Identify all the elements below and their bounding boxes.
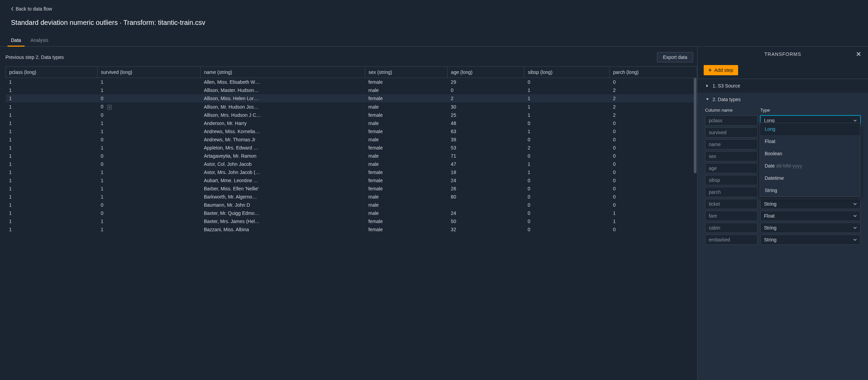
table-row[interactable]: 10Baxter, Mr. Quigg Edmo…male2401 — [6, 209, 697, 217]
table-cell: 0 — [524, 136, 610, 144]
table-cell: Baxter, Mrs. James (Hel… — [200, 217, 365, 225]
scroll-thumb[interactable] — [694, 78, 697, 173]
column-name-input[interactable] — [705, 139, 758, 149]
table-row[interactable]: 11Barkworth, Mr. Algerno…male8000 — [6, 193, 697, 201]
column-header[interactable]: pclass (long) — [6, 67, 98, 78]
table-row[interactable]: 10Allison, Miss. Helen Lor…female212 — [6, 94, 697, 102]
table-cell: 0 — [524, 78, 610, 86]
table-row[interactable]: 11Bazzani, Miss. Albinafemale3200 — [6, 225, 697, 234]
column-name-input[interactable] — [705, 175, 758, 185]
dropdown-option[interactable]: Long — [760, 123, 860, 135]
table-row[interactable]: 11Anderson, Mr. Harrymale4800 — [6, 119, 697, 127]
table-row[interactable]: 10Andrews, Mr. Thomas Jrmale3900 — [6, 136, 697, 144]
table-cell: 1 — [98, 119, 200, 127]
dropdown-option[interactable]: Datedd-MM-yyyy — [760, 160, 860, 172]
column-name-input[interactable] — [705, 151, 758, 161]
type-form-row: String — [701, 199, 865, 211]
table-cell: Barber, Miss. Ellen 'Nellie' — [200, 185, 365, 193]
table-cell: 0 — [610, 193, 697, 201]
table-row[interactable]: 10Astor, Col. John Jacobmale4710 — [6, 160, 697, 168]
dropdown-option[interactable]: Float — [760, 135, 860, 147]
table-cell: 63 — [447, 127, 524, 136]
table-row[interactable]: 10Allison, Mrs. Hudson J C…female2512 — [6, 111, 697, 119]
table-cell: 1 — [524, 168, 610, 176]
column-header[interactable]: sibsp (long) — [524, 67, 610, 78]
table-row[interactable]: 11Barber, Miss. Ellen 'Nellie'female2600 — [6, 185, 697, 193]
add-step-button[interactable]: + Add step — [704, 65, 738, 75]
column-name-input[interactable] — [705, 199, 758, 209]
table-cell: 1 — [98, 127, 200, 136]
cell-badge: 0 — [107, 105, 111, 110]
chevron-down-icon — [853, 225, 857, 231]
table-row[interactable]: 11Baxter, Mrs. James (Hel…female5001 — [6, 217, 697, 225]
type-select[interactable]: String — [760, 223, 860, 233]
column-header[interactable]: sex (string) — [365, 67, 447, 78]
table-cell: 1 — [98, 86, 200, 94]
table-cell: 1 — [98, 176, 200, 185]
table-row[interactable]: 10Baumann, Mr. John Dmale00 — [6, 201, 697, 209]
table-cell: male — [365, 136, 447, 144]
table-cell: 1 — [6, 94, 98, 102]
step-2-label: 2. Data types — [713, 97, 741, 102]
column-header[interactable]: name (string) — [200, 67, 365, 78]
table-cell: female — [365, 78, 447, 86]
close-icon[interactable]: ✕ — [856, 50, 862, 58]
tab-analysis[interactable]: Analysis — [31, 35, 48, 46]
table-cell: 1 — [98, 225, 200, 234]
column-name-input[interactable] — [705, 223, 758, 233]
table-row[interactable]: 11Allison, Master. Hudson…male012 — [6, 86, 697, 94]
table-row[interactable]: 11Astor, Mrs. John Jacob (…female1810 — [6, 168, 697, 176]
table-cell: 0 — [610, 119, 697, 127]
table-cell: 0 — [524, 119, 610, 127]
column-name-input[interactable] — [705, 235, 758, 245]
type-select[interactable]: String — [760, 199, 860, 209]
table-cell: male — [365, 119, 447, 127]
table-row[interactable]: 10Artagaveytia, Mr. Ramonmale7100 — [6, 152, 697, 160]
type-select[interactable]: Float — [760, 211, 860, 221]
table-cell: 1 — [610, 209, 697, 217]
column-header[interactable]: survived (long) — [98, 67, 200, 78]
type-value: String — [764, 225, 777, 231]
column-name-input[interactable] — [705, 127, 758, 138]
step-s3-source[interactable]: 1. S3 Source — [698, 79, 868, 93]
step-data-types[interactable]: 2. Data types — [698, 93, 868, 106]
table-scrollbar[interactable] — [694, 78, 697, 262]
table-cell: 0 — [524, 152, 610, 160]
back-to-data-flow-link[interactable]: Back to data flow — [11, 6, 52, 12]
table-cell: 1 — [610, 217, 697, 225]
previous-step-label: Previous step 2. Data types — [5, 54, 64, 60]
type-select[interactable]: String — [760, 235, 860, 245]
table-cell: 25 — [447, 111, 524, 119]
dropdown-option[interactable]: Datetime — [760, 172, 860, 184]
column-name-input[interactable] — [705, 163, 758, 173]
table-cell: 0 — [98, 152, 200, 160]
dropdown-option[interactable]: String — [760, 184, 860, 196]
table-cell: Barkworth, Mr. Algerno… — [200, 193, 365, 201]
table-cell: 2 — [610, 86, 697, 94]
table-cell: Artagaveytia, Mr. Ramon — [200, 152, 365, 160]
column-name-input[interactable] — [705, 115, 758, 126]
export-data-button[interactable]: Export data — [657, 52, 693, 62]
table-cell: 1 — [6, 193, 98, 201]
column-header[interactable]: parch (long) — [610, 67, 697, 78]
table-row[interactable]: 11Allen, Miss. Elisabeth W…female2900 — [6, 78, 697, 86]
table-cell: 0 — [610, 78, 697, 86]
table-row[interactable]: 11Appleton, Mrs. Edward …female5320 — [6, 144, 697, 152]
table-cell: 1 — [6, 127, 98, 136]
column-name-input[interactable] — [705, 187, 758, 197]
add-step-label: Add step — [714, 67, 733, 73]
table-row[interactable]: 11Aubart, Mme. Leontine …female2400 — [6, 176, 697, 185]
tab-data[interactable]: Data — [11, 35, 21, 46]
type-dropdown[interactable]: LongFloatBooleanDatedd-MM-yyyyDatetimeSt… — [760, 123, 860, 197]
column-name-input[interactable] — [705, 211, 758, 221]
table-cell: 1 — [6, 152, 98, 160]
table-row[interactable]: 11Andrews, Miss. Kornelia…female6310 — [6, 127, 697, 136]
table-cell: 1 — [6, 78, 98, 86]
table-cell: female — [365, 176, 447, 185]
column-header[interactable]: age (long) — [447, 67, 524, 78]
table-cell: 0 — [98, 209, 200, 217]
table-row[interactable]: 100Allison, Mr. Hudson Jos…male3012 — [6, 102, 697, 111]
table-cell: 48 — [447, 119, 524, 127]
dropdown-option[interactable]: Boolean — [760, 147, 860, 160]
table-cell: 30 — [447, 102, 524, 111]
